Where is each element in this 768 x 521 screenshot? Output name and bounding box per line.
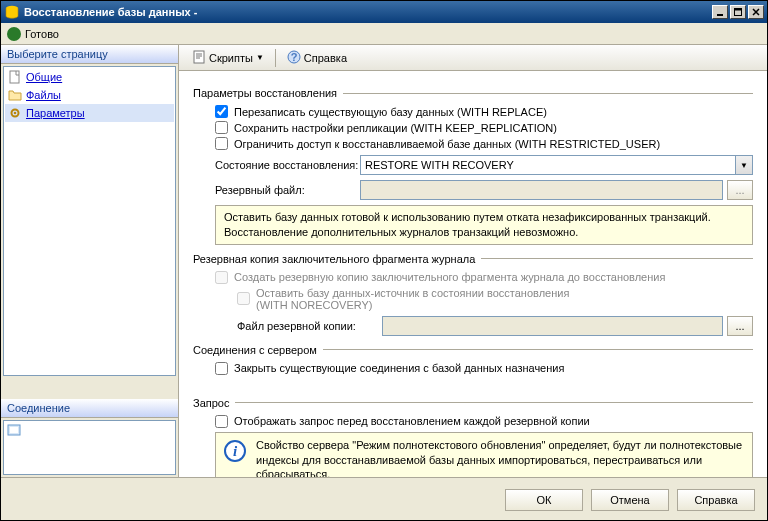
svg-text:?: ? — [290, 51, 297, 63]
help-dialog-button[interactable]: Справка — [677, 489, 755, 511]
keep-replication-checkbox[interactable] — [215, 121, 228, 134]
close-conn-checkbox[interactable] — [215, 362, 228, 375]
sidebar-item-label: Файлы — [26, 89, 61, 101]
minimize-button[interactable] — [712, 5, 728, 19]
prompt-info-text: Свойство сервера "Режим полнотекстового … — [256, 438, 744, 477]
scripts-button[interactable]: Скрипты ▼ — [185, 47, 271, 69]
standby-row: Резервный файл: ... — [215, 180, 753, 200]
leave-source-checkbox — [237, 292, 250, 305]
chevron-down-icon[interactable]: ▼ — [735, 156, 752, 174]
keep-replication-row: Сохранить настройки репликации (WITH KEE… — [215, 121, 753, 134]
restricted-label: Ограничить доступ к восстанавливаемой ба… — [234, 138, 660, 150]
svg-rect-1 — [717, 14, 723, 16]
prompt-before-checkbox[interactable] — [215, 415, 228, 428]
keep-replication-label: Сохранить настройки репликации (WITH KEE… — [234, 122, 557, 134]
group-restore-options: Параметры восстановления — [193, 87, 753, 99]
restricted-checkbox[interactable] — [215, 137, 228, 150]
restore-info-text: Оставить базу данных готовой к использов… — [224, 210, 744, 240]
title-text: Восстановление базы данных - — [24, 6, 712, 18]
prompt-before-label: Отображать запрос перед восстановлением … — [234, 415, 590, 427]
leave-source-row: Оставить базу данных-источник в состояни… — [237, 287, 753, 311]
tail-backup-checkbox — [215, 271, 228, 284]
main-panel: Скрипты ▼ ? Справка Параметры восстановл… — [179, 45, 767, 477]
group-prompt: Запрос — [193, 397, 753, 409]
svg-rect-4 — [10, 71, 19, 83]
group-server-conn: Соединения с сервером — [193, 344, 753, 356]
content-area: Параметры восстановления Перезаписать су… — [179, 71, 767, 477]
ok-button[interactable]: ОК — [505, 489, 583, 511]
sidebar-item-label: Общие — [26, 71, 62, 83]
backup-file-label: Файл резервной копии: — [237, 320, 382, 332]
sidebar-item-files[interactable]: Файлы — [5, 86, 174, 104]
browse-backup-button[interactable]: ... — [727, 316, 753, 336]
button-bar: ОК Отмена Справка — [1, 477, 767, 521]
server-icon — [6, 429, 22, 441]
sidebar-item-general[interactable]: Общие — [5, 68, 174, 86]
status-ready-icon — [7, 27, 21, 41]
standby-input — [360, 180, 723, 200]
script-icon — [192, 50, 206, 66]
info-icon: i — [224, 440, 246, 462]
svg-rect-3 — [735, 9, 742, 11]
recovery-state-combo[interactable]: RESTORE WITH RECOVERY ▼ — [360, 155, 753, 175]
overwrite-label: Перезаписать существующую базу данных (W… — [234, 106, 547, 118]
page-icon — [7, 69, 23, 85]
restore-info-box: Оставить базу данных готовой к использов… — [215, 205, 753, 245]
sidebar-conn-header: Соединение — [1, 399, 178, 418]
chevron-down-icon: ▼ — [256, 53, 264, 62]
svg-rect-9 — [194, 51, 204, 63]
svg-point-6 — [14, 112, 17, 115]
recovery-state-label: Состояние восстановления: — [215, 159, 360, 171]
help-button[interactable]: ? Справка — [280, 47, 354, 69]
sidebar-page-list: Общие Файлы Параметры — [3, 66, 176, 376]
titlebar: Восстановление базы данных - — [1, 1, 767, 23]
close-button[interactable] — [748, 5, 764, 19]
recovery-state-row: Состояние восстановления: RESTORE WITH R… — [215, 155, 753, 175]
maximize-button[interactable] — [730, 5, 746, 19]
help-label: Справка — [304, 52, 347, 64]
status-strip: Готово — [1, 23, 767, 45]
sidebar: Выберите страницу Общие Файлы Параметры … — [1, 45, 179, 477]
prompt-before-row: Отображать запрос перед восстановлением … — [215, 415, 753, 428]
app-icon — [4, 4, 20, 20]
leave-source-label: Оставить базу данных-источник в состояни… — [256, 287, 569, 311]
group-tail-log: Резервная копия заключительного фрагмент… — [193, 253, 753, 265]
gear-icon — [7, 105, 23, 121]
toolbar-separator — [275, 49, 276, 67]
recovery-state-value: RESTORE WITH RECOVERY — [365, 159, 514, 171]
cancel-button[interactable]: Отмена — [591, 489, 669, 511]
restricted-row: Ограничить доступ к восстанавливаемой ба… — [215, 137, 753, 150]
sidebar-pages-header: Выберите страницу — [1, 45, 178, 64]
sidebar-item-label: Параметры — [26, 107, 85, 119]
tail-backup-row: Создать резервную копию заключительного … — [215, 271, 753, 284]
svg-rect-8 — [10, 427, 18, 433]
sidebar-conn-body — [3, 420, 176, 475]
tail-backup-label: Создать резервную копию заключительного … — [234, 271, 665, 283]
folder-icon — [7, 87, 23, 103]
overwrite-row: Перезаписать существующую базу данных (W… — [215, 105, 753, 118]
status-text: Готово — [25, 28, 59, 40]
standby-label: Резервный файл: — [215, 184, 360, 196]
sidebar-item-options[interactable]: Параметры — [5, 104, 174, 122]
close-conn-label: Закрыть существующие соединения с базой … — [234, 362, 564, 374]
toolbar: Скрипты ▼ ? Справка — [179, 45, 767, 71]
help-icon: ? — [287, 50, 301, 66]
browse-standby-button: ... — [727, 180, 753, 200]
prompt-info-box: i Свойство сервера "Режим полнотекстовог… — [215, 432, 753, 477]
backup-file-input — [382, 316, 723, 336]
scripts-label: Скрипты — [209, 52, 253, 64]
overwrite-checkbox[interactable] — [215, 105, 228, 118]
close-conn-row: Закрыть существующие соединения с базой … — [215, 362, 753, 375]
backup-file-row: Файл резервной копии: ... — [237, 316, 753, 336]
